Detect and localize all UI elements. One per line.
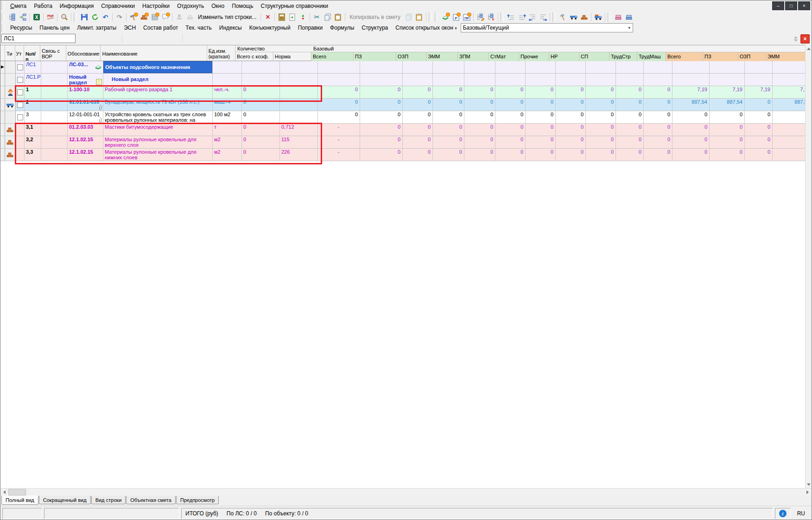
col-header-emm2[interactable]: ЭММ (766, 52, 806, 61)
col-header-trudmash[interactable]: ТрудМаш (637, 52, 666, 61)
tab-short-view[interactable]: Сокращенный вид (39, 496, 91, 504)
name-cell[interactable]: Бульдозеры, мощность 79 кВт (108 л.с.) (103, 99, 213, 111)
row-number-cell[interactable]: ЛС1.Р1 (25, 74, 41, 86)
grid-cell[interactable]: 0 (745, 136, 773, 148)
approve-checkbox-cell[interactable] (16, 136, 25, 148)
grid-cell[interactable] (433, 74, 464, 86)
grid-cell[interactable] (318, 74, 360, 86)
tab-full-view[interactable]: Полный вид (1, 495, 38, 505)
grid-cell[interactable]: 0 (403, 111, 433, 123)
col-header-vsego[interactable]: Всего (311, 52, 354, 61)
delete-row-icon[interactable]: × (262, 12, 273, 22)
search-icon[interactable] (59, 12, 70, 22)
grid-cell[interactable]: 0 (403, 99, 433, 111)
grid-cell[interactable]: 0 (403, 124, 433, 136)
grid-cell[interactable]: 0 (644, 111, 672, 123)
grid-cell[interactable]: 0 (745, 124, 773, 136)
grid-cell[interactable]: 7,19 (710, 86, 745, 98)
menu-item-spravochniki[interactable]: Справочники (97, 1, 139, 11)
grid-cell[interactable] (710, 61, 745, 73)
code-cell[interactable]: 12-01-001-01 (68, 111, 103, 123)
grid-row-3-2[interactable]: 3,2 12.1.02.15 Материалы рулонные кровел… (0, 136, 806, 149)
col-header-stmat[interactable]: СтМат (489, 52, 519, 61)
grid-cell[interactable]: 0 (644, 99, 672, 111)
add-machine-icon[interactable] (149, 12, 160, 22)
norma-cell[interactable] (280, 99, 318, 111)
panel-konyunkturny[interactable]: Конъюнктурный (246, 24, 294, 32)
qty-cell[interactable]: 0 (242, 99, 280, 111)
grid-cell[interactable]: - (318, 124, 360, 136)
grid-cell[interactable]: 0 (672, 124, 710, 136)
grid-cell[interactable] (556, 74, 586, 86)
scroll-right-button[interactable] (804, 489, 812, 496)
norma-cell[interactable]: 226 (280, 149, 318, 161)
toolbar-grip[interactable] (1, 13, 5, 22)
grid-cell[interactable]: 0 (433, 99, 464, 111)
grid-cell[interactable]: 0 (616, 136, 644, 148)
grid-cell[interactable]: 0 (556, 99, 586, 111)
col-header-edizm[interactable]: Ед.изм. (краткая) (207, 45, 235, 61)
grid-cell[interactable]: 0 (672, 149, 710, 161)
grid-cell[interactable]: 0 (433, 149, 464, 161)
grid-cell[interactable]: 0 (616, 86, 644, 98)
grid-cell[interactable]: 0 (556, 136, 586, 148)
grid-cell[interactable]: 0 (433, 111, 464, 123)
grid-cell[interactable]: 0 (403, 149, 433, 161)
grid-cell[interactable]: 0 (586, 111, 616, 123)
vor-link-cell[interactable] (41, 136, 68, 148)
grid-cell[interactable] (672, 61, 710, 73)
scrollbar-thumb[interactable] (8, 489, 26, 495)
grid-cell[interactable]: 0 (526, 99, 556, 111)
work-hammer-icon[interactable] (558, 12, 568, 22)
menu-item-rabota[interactable]: Работа (30, 1, 56, 11)
name-cell[interactable]: Рабочий среднего разряда 1 (103, 86, 213, 98)
col-header-svyaz[interactable]: Связь с ВОР (40, 45, 66, 61)
vor-link-cell[interactable] (41, 61, 68, 73)
grid-cell[interactable]: 0 (360, 99, 403, 111)
refresh-icon[interactable] (89, 12, 100, 22)
grid-cell[interactable]: 0 (773, 136, 806, 148)
horizontal-scrollbar[interactable] (0, 488, 812, 496)
norma-cell[interactable] (280, 86, 318, 98)
grid-cell[interactable] (616, 74, 644, 86)
grid-cell[interactable]: 0 (773, 111, 806, 123)
name-cell[interactable]: Мастики битумосодержащие (103, 124, 213, 136)
block-icon-disabled[interactable] (184, 12, 195, 22)
menu-item-informacia[interactable]: Информация (56, 1, 97, 11)
grid-cell[interactable] (360, 61, 403, 73)
col-header-ozp2[interactable]: ОЗП (738, 52, 766, 61)
grid-cell[interactable]: 0 (526, 149, 556, 161)
approve-checkbox-cell[interactable] (16, 86, 25, 98)
grid-cell[interactable] (526, 61, 556, 73)
vor-link-cell[interactable] (41, 86, 68, 98)
grid-cell[interactable]: 0 (526, 86, 556, 98)
grid-cell[interactable]: 0 (433, 124, 464, 136)
col-header-sp[interactable]: СП (579, 52, 609, 61)
grid-cell[interactable]: 0 (403, 136, 433, 148)
grid-cell[interactable]: 0 (616, 111, 644, 123)
grid-cell[interactable]: 0 (464, 124, 495, 136)
unit-cell[interactable]: т (213, 124, 242, 136)
paste-clipboard-icon[interactable] (414, 12, 425, 22)
grid-row-ls1[interactable]: ▶ ЛС1 ЛС-03... Объекты подсобного назнач… (0, 61, 806, 74)
checkbox[interactable] (17, 77, 23, 83)
grid-cell[interactable]: 0 (318, 111, 360, 123)
grid-cell[interactable]: 7,19 (672, 86, 710, 98)
grid-cell[interactable]: 0 (745, 99, 773, 111)
menu-item-otdohnut[interactable]: Отдохнуть (173, 1, 208, 11)
copy-to-estimate-button[interactable]: Копировать в смету (347, 12, 403, 22)
col-header-zpm[interactable]: ЗПМ (458, 52, 489, 61)
grid-cell[interactable]: 0 (495, 136, 526, 148)
grid-cell[interactable]: 0 (644, 124, 672, 136)
grid-cell[interactable]: 0 (644, 149, 672, 161)
grid-cell[interactable]: 0 (556, 149, 586, 161)
tab-row-view[interactable]: Вид строки (91, 496, 126, 504)
grid-row-3[interactable]: 3 12-01-001-01 Устройство кровель скатны… (0, 111, 806, 124)
machine-truck-icon[interactable] (568, 12, 579, 22)
close-button[interactable]: × (798, 1, 810, 10)
unit-cell[interactable] (213, 74, 242, 86)
grid-cell[interactable]: 0 (672, 136, 710, 148)
grid-cell[interactable] (526, 74, 556, 86)
grid-cell[interactable]: 887,54 (773, 99, 806, 111)
grid-row-3-3[interactable]: 3,3 12.1.02.15 Материалы рулонные кровел… (0, 149, 806, 161)
